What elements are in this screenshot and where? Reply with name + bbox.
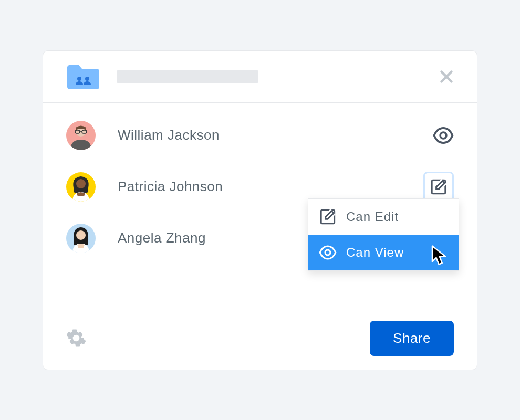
user-name-label: Angela Zhang [118,230,206,246]
user-row: Patricia Johnson [66,172,454,202]
eye-icon [319,244,337,261]
user-name-label: Patricia Johnson [118,178,223,195]
dialog-footer: Share [43,307,477,370]
dropdown-option-label: Can View [346,245,404,260]
user-name-label: William Jackson [118,127,220,143]
dropdown-option-label: Can Edit [346,209,399,224]
gear-icon[interactable] [66,328,86,348]
avatar [66,172,96,202]
permission-button-edit[interactable] [423,172,454,202]
dialog-body: William Jackson Patricia Johnson [43,103,477,307]
edit-icon [319,208,337,226]
share-button[interactable]: Share [370,321,454,356]
folder-name-input[interactable] [117,70,258,83]
share-dialog: William Jackson Patricia Johnson [43,50,477,370]
close-icon[interactable] [439,69,454,84]
svg-point-0 [77,77,81,81]
dropdown-option-can-edit[interactable]: Can Edit [308,199,459,235]
avatar [66,121,96,150]
dropdown-option-can-view[interactable]: Can View [308,235,459,270]
permission-dropdown: Can Edit Can View [308,198,459,271]
shared-folder-icon [66,64,100,90]
svg-point-11 [76,230,86,240]
svg-point-13 [325,250,330,255]
svg-point-9 [76,179,86,188]
user-row: William Jackson [66,121,454,150]
svg-point-1 [85,77,89,81]
permission-button-view[interactable] [433,125,454,146]
dialog-header [43,51,477,103]
avatar [66,224,96,253]
svg-point-8 [440,132,446,139]
